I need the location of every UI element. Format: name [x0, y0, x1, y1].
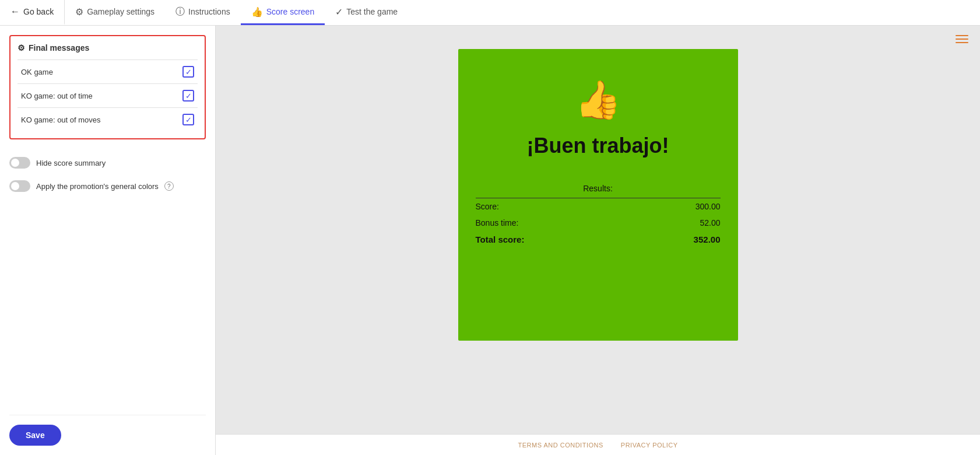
ok-game-checkbox[interactable]: ✓ [182, 66, 194, 78]
tab-instructions[interactable]: ⓘ Instructions [165, 0, 241, 25]
check-icon: ✓ [335, 6, 343, 18]
privacy-link[interactable]: PRIVACY POLICY [621, 442, 678, 449]
bonus-label: Bonus time: [476, 215, 634, 231]
terms-link[interactable]: TERMS AND CONDITIONS [518, 442, 603, 449]
bonus-value: 52.00 [634, 215, 721, 231]
right-panel: 👍 ¡Buen trabajo! Results: Score: 300.00 … [216, 26, 980, 455]
ok-game-label: OK game [21, 68, 53, 76]
left-panel: ⚙ Final messages OK game ✓ KO game: out … [0, 26, 216, 455]
instructions-label: Instructions [188, 7, 230, 16]
message-item-ok-game: OK game ✓ [17, 60, 198, 83]
footer: TERMS AND CONDITIONS PRIVACY POLICY [216, 434, 980, 455]
go-back-label: Go back [23, 7, 54, 16]
apply-colors-toggle[interactable] [9, 180, 30, 192]
score-card: 👍 ¡Buen trabajo! Results: Score: 300.00 … [458, 49, 738, 341]
go-back-button[interactable]: ← Go back [0, 0, 65, 25]
ko-moves-checkbox[interactable]: ✓ [182, 114, 194, 125]
hide-score-toggle[interactable] [9, 157, 30, 169]
final-messages-box: ⚙ Final messages OK game ✓ KO game: out … [9, 35, 206, 139]
score-value: 300.00 [634, 198, 721, 215]
hide-score-toggle-row: Hide score summary [9, 151, 206, 174]
ko-moves-label: KO game: out of moves [21, 116, 101, 124]
settings-gear-icon: ⚙ [17, 43, 25, 52]
score-row: Score: 300.00 [476, 198, 721, 215]
score-icon: 👍 [251, 6, 263, 18]
results-header-cell: Results: [476, 181, 721, 198]
score-label: Score: [476, 198, 634, 215]
test-game-label: Test the game [346, 7, 398, 16]
message-item-ko-moves: KO game: out of moves ✓ [17, 107, 198, 131]
bonus-row: Bonus time: 52.00 [476, 215, 721, 231]
message-item-ko-time: KO game: out of time ✓ [17, 83, 198, 107]
apply-colors-label: Apply the promotion's general colors [36, 182, 159, 191]
gear-icon: ⚙ [75, 6, 83, 18]
thumbs-up-icon: 👍 [575, 78, 621, 122]
total-value: 352.00 [634, 231, 721, 248]
tab-score-screen[interactable]: 👍 Score screen [241, 0, 325, 25]
final-messages-title: ⚙ Final messages [17, 43, 198, 52]
total-row: Total score: 352.00 [476, 231, 721, 248]
buen-trabajo-heading: ¡Buen trabajo! [526, 134, 669, 158]
hamburger-line-2 [956, 38, 968, 40]
results-header-row: Results: [476, 181, 721, 198]
help-icon[interactable]: ? [164, 181, 174, 191]
ko-time-label: KO game: out of time [21, 92, 93, 100]
results-table: Results: Score: 300.00 Bonus time: 52.00… [476, 181, 721, 248]
hamburger-button[interactable] [956, 35, 968, 43]
apply-colors-toggle-row: Apply the promotion's general colors ? [9, 174, 206, 198]
gameplay-settings-label: Gameplay settings [87, 7, 154, 16]
hamburger-line-3 [956, 42, 968, 43]
total-label: Total score: [476, 231, 634, 248]
hamburger-line-1 [956, 35, 968, 36]
arrow-left-icon: ← [10, 6, 20, 17]
hide-score-label: Hide score summary [36, 159, 106, 167]
tab-test-the-game[interactable]: ✓ Test the game [325, 0, 408, 25]
info-icon: ⓘ [175, 6, 185, 18]
preview-area: 👍 ¡Buen trabajo! Results: Score: 300.00 … [216, 26, 980, 434]
save-button[interactable]: Save [9, 425, 61, 446]
save-btn-area: Save [9, 415, 206, 446]
tab-gameplay-settings[interactable]: ⚙ Gameplay settings [65, 0, 165, 25]
score-screen-label: Score screen [266, 7, 314, 16]
ko-time-checkbox[interactable]: ✓ [182, 90, 194, 102]
